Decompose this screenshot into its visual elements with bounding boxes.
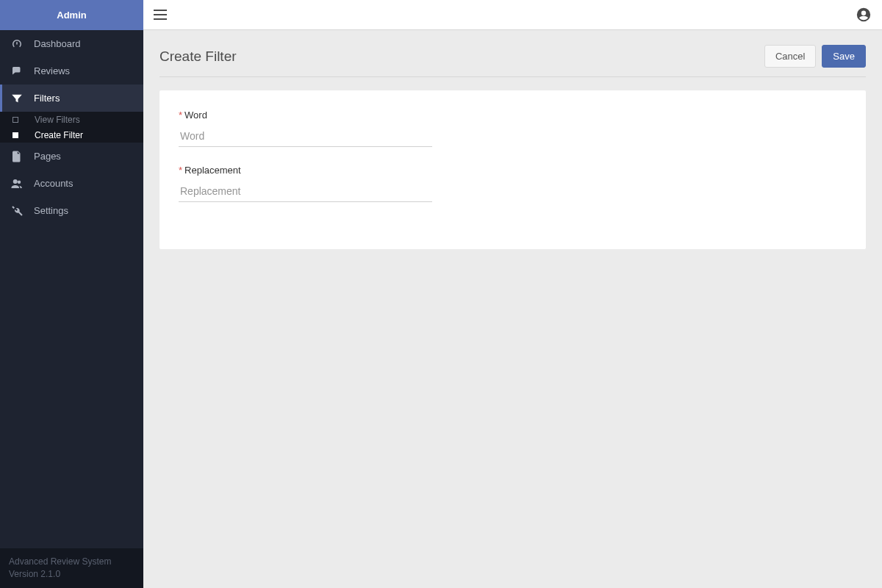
sidebar-item-label: Accounts: [34, 178, 73, 189]
required-asterisk: *: [179, 110, 182, 121]
cancel-button[interactable]: Cancel: [764, 45, 816, 68]
users-icon: [10, 177, 24, 190]
content: Create Filter Cancel Save *Word *Replace…: [143, 30, 882, 588]
filter-icon: [10, 92, 24, 105]
replacement-label: *Replacement: [179, 165, 432, 176]
sidebar-sub-view-filters[interactable]: View Filters: [0, 112, 143, 127]
comments-icon: [10, 65, 24, 78]
bullet-icon: [12, 117, 18, 123]
sidebar-nav: Dashboard Reviews Filters View Fi: [0, 30, 143, 548]
sidebar-item-label: Dashboard: [34, 38, 81, 49]
required-asterisk: *: [179, 165, 182, 176]
form-group-replacement: *Replacement: [179, 165, 432, 202]
page-header: Create Filter Cancel Save: [159, 45, 866, 77]
sidebar-item-reviews[interactable]: Reviews: [0, 57, 143, 85]
sidebar-item-label: Filters: [34, 93, 60, 104]
sidebar-item-label: Settings: [34, 205, 68, 216]
word-input[interactable]: [179, 126, 432, 147]
sidebar-item-label: Pages: [34, 151, 61, 162]
sidebar-item-settings[interactable]: Settings: [0, 197, 143, 224]
footer-product: Advanced Review System: [9, 556, 135, 568]
sidebar-item-dashboard[interactable]: Dashboard: [0, 30, 143, 57]
bullet-icon: [12, 132, 18, 138]
sidebar-sub-label: Create Filter: [35, 130, 83, 140]
sidebar-brand[interactable]: Admin: [0, 0, 143, 30]
sidebar-sub-label: View Filters: [35, 115, 80, 125]
hamburger-icon[interactable]: [154, 10, 167, 20]
sidebar-subnav-filters: View Filters Create Filter: [0, 112, 143, 143]
main: Create Filter Cancel Save *Word *Replace…: [143, 0, 882, 588]
sidebar-item-filters[interactable]: Filters: [0, 85, 143, 112]
form-card: *Word *Replacement: [159, 90, 866, 249]
sidebar-item-label: Reviews: [34, 65, 70, 76]
word-label: *Word: [179, 110, 432, 121]
replacement-input[interactable]: [179, 182, 432, 202]
form-group-word: *Word: [179, 110, 432, 147]
page-icon: [10, 150, 24, 163]
sidebar-item-accounts[interactable]: Accounts: [0, 170, 143, 197]
user-circle-icon[interactable]: [856, 7, 872, 23]
sidebar: Admin Dashboard Reviews Filt: [0, 0, 143, 588]
footer-version: Version 2.1.0: [9, 568, 135, 581]
sidebar-footer: Advanced Review System Version 2.1.0: [0, 548, 143, 588]
topbar: [143, 0, 882, 30]
tools-icon: [10, 204, 24, 218]
gauge-icon: [10, 37, 24, 51]
sidebar-item-pages[interactable]: Pages: [0, 143, 143, 170]
sidebar-sub-create-filter[interactable]: Create Filter: [0, 127, 143, 143]
page-title: Create Filter: [159, 49, 764, 65]
save-button[interactable]: Save: [822, 45, 866, 68]
